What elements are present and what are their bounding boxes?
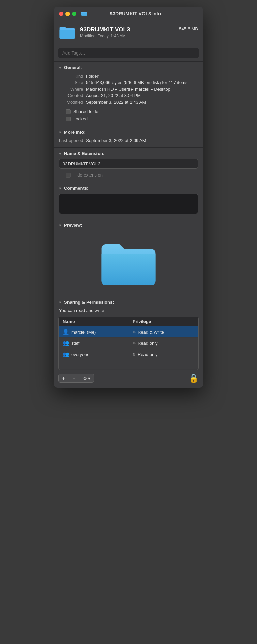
name-column-header: Name — [59, 317, 128, 326]
stepper-icon-everyone[interactable]: ⇅ — [133, 352, 136, 357]
size-label: Size: — [59, 80, 85, 85]
where-value: Macintosh HD ▸ Users ▸ marciel ▸ Desktop — [86, 87, 198, 92]
modified-row: Modified: September 3, 2022 at 1:43 AM — [59, 99, 198, 105]
more-info-chevron-icon: ▼ — [58, 130, 62, 134]
sharing-description: You can read and write — [54, 307, 203, 317]
shared-folder-row: Shared folder — [66, 108, 198, 115]
tags-section — [54, 45, 203, 61]
filename-input[interactable] — [59, 159, 198, 169]
sharing-section-label: Sharing & Permissions: — [64, 300, 114, 305]
last-opened-label: Last opened: — [59, 138, 85, 143]
window-title: 93DRUMKIT VOL3 Info — [73, 11, 198, 16]
toolbar-buttons: + − ⚙ ▾ — [58, 374, 94, 383]
locked-label: Locked — [73, 116, 88, 121]
hide-extension-row: Hide extension — [66, 171, 198, 179]
name-extension-section-content: Hide extension — [54, 158, 203, 182]
user-icon-everyone: 👥 — [63, 351, 69, 357]
add-permission-button[interactable]: + — [58, 374, 69, 383]
shared-folder-checkbox[interactable] — [66, 109, 71, 114]
preview-section-header[interactable]: ▼ Preview: — [54, 219, 203, 230]
file-modified-date: Modified: Today, 1:43 AM — [80, 34, 174, 39]
minimize-button[interactable] — [65, 12, 70, 16]
permissions-table-header: Name Privilege — [59, 317, 198, 326]
stepper-icon-marciel[interactable]: ⇅ — [133, 330, 136, 334]
hide-extension-checkbox[interactable] — [66, 173, 71, 178]
general-chevron-icon: ▼ — [58, 66, 62, 70]
comments-section-label: Comments: — [64, 186, 89, 191]
comments-section-header[interactable]: ▼ Comments: — [54, 182, 203, 193]
shared-folder-label: Shared folder — [73, 109, 100, 114]
permissions-name-staff: 👥 staff — [59, 338, 128, 349]
created-label: Created: — [59, 93, 85, 98]
permissions-empty-row — [59, 360, 198, 370]
locked-row: Locked — [66, 115, 198, 122]
name-extension-section-header[interactable]: ▼ Name & Extension: — [54, 148, 203, 158]
where-label: Where: — [59, 87, 85, 92]
remove-permission-button[interactable]: − — [69, 374, 79, 383]
created-row: Created: August 21, 2022 at 8:04 PM — [59, 92, 198, 99]
kind-row: Kind: Folder — [59, 73, 198, 79]
title-bar: 93DRUMKIT VOL3 Info — [54, 7, 203, 20]
general-section-content: Kind: Folder Size: 545,643,066 bytes (54… — [54, 72, 203, 126]
locked-checkbox[interactable] — [66, 117, 71, 121]
gear-chevron-icon: ▾ — [88, 376, 90, 381]
permissions-privilege-everyone: ⇅ Read only — [128, 349, 198, 360]
gear-dropdown-button[interactable]: ⚙ ▾ — [79, 374, 94, 383]
file-metadata: 93DRUMKIT VOL3 Modified: Today, 1:43 AM — [80, 26, 174, 39]
permissions-table: Name Privilege 👤 marciel (Me) ⇅ Read & W… — [58, 317, 199, 370]
stepper-icon-staff[interactable]: ⇅ — [133, 341, 136, 346]
tags-input[interactable] — [58, 48, 199, 58]
where-row: Where: Macintosh HD ▸ Users ▸ marciel ▸ … — [59, 86, 198, 92]
more-info-section-label: More Info: — [64, 129, 86, 135]
general-section-header[interactable]: ▼ General: — [54, 62, 203, 72]
file-folder-icon — [59, 25, 75, 40]
name-extension-section-label: Name & Extension: — [64, 151, 104, 156]
comments-chevron-icon: ▼ — [58, 186, 62, 190]
comments-textarea[interactable] — [59, 194, 198, 214]
general-section-label: General: — [64, 65, 82, 70]
gear-icon: ⚙ — [83, 376, 87, 381]
kind-label: Kind: — [59, 74, 85, 79]
permissions-name-everyone: 👥 everyone — [59, 349, 128, 360]
last-opened-row: Last opened: September 3, 2022 at 2:09 A… — [59, 137, 198, 144]
sharing-chevron-icon: ▼ — [58, 300, 62, 304]
close-button[interactable] — [59, 12, 63, 16]
name-extension-chevron-icon: ▼ — [58, 152, 62, 156]
created-value: August 21, 2022 at 8:04 PM — [86, 93, 198, 98]
permissions-row-staff[interactable]: 👥 staff ⇅ Read only — [59, 338, 198, 349]
kind-value: Folder — [86, 74, 198, 79]
comments-section-content — [54, 193, 203, 219]
permissions-row-everyone[interactable]: 👥 everyone ⇅ Read only — [59, 349, 198, 360]
preview-section-content — [54, 230, 203, 296]
folder-preview-icon — [98, 236, 159, 288]
file-size: 545.6 MB — [179, 26, 198, 31]
preview-section-label: Preview: — [64, 223, 82, 228]
user-icon-marciel: 👤 — [63, 329, 69, 335]
permissions-name-marciel: 👤 marciel (Me) — [59, 326, 128, 337]
size-row: Size: 545,643,066 bytes (546.6 MB on dis… — [59, 79, 198, 86]
size-value: 545,643,066 bytes (546.6 MB on disk) for… — [86, 80, 198, 85]
sharing-section-header[interactable]: ▼ Sharing & Permissions: — [54, 296, 203, 307]
hide-extension-label: Hide extension — [73, 172, 103, 178]
last-opened-value: September 3, 2022 at 2:09 AM — [86, 138, 198, 143]
modified-value: September 3, 2022 at 1:43 AM — [86, 99, 198, 105]
info-window: 93DRUMKIT VOL3 Info 93DRUMKIT VOL3 Modif… — [54, 7, 203, 388]
preview-chevron-icon: ▼ — [58, 223, 62, 227]
permissions-row-marciel[interactable]: 👤 marciel (Me) ⇅ Read & Write — [59, 326, 198, 338]
modified-label: Modified: — [59, 99, 85, 105]
user-icon-staff: 👥 — [63, 340, 69, 346]
file-name: 93DRUMKIT VOL3 — [80, 26, 174, 33]
privilege-column-header: Privilege — [128, 317, 198, 326]
permissions-toolbar: + − ⚙ ▾ 🔒 — [54, 370, 203, 388]
file-header: 93DRUMKIT VOL3 Modified: Today, 1:43 AM … — [54, 20, 203, 45]
permissions-privilege-marciel: ⇅ Read & Write — [128, 326, 198, 337]
lock-icon[interactable]: 🔒 — [188, 373, 199, 383]
more-info-section-content: Last opened: September 3, 2022 at 2:09 A… — [54, 137, 203, 147]
more-info-section-header[interactable]: ▼ More Info: — [54, 126, 203, 137]
permissions-privilege-staff: ⇅ Read only — [128, 338, 198, 349]
